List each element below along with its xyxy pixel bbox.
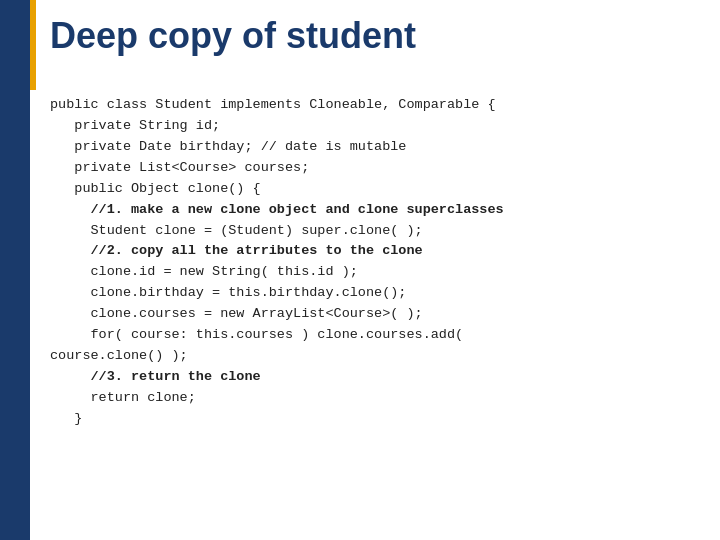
content-area: public class Student implements Cloneabl… [50, 95, 700, 520]
code-line: course.clone() ); [50, 348, 188, 363]
code-block: public class Student implements Cloneabl… [50, 95, 700, 430]
code-line: } [50, 411, 82, 426]
code-line: private Date birthday; // date is mutabl… [50, 139, 406, 154]
header-bar [0, 0, 30, 540]
code-line: for( course: this.courses ) clone.course… [50, 327, 463, 342]
code-line: public class Student implements Cloneabl… [50, 97, 496, 112]
slide-title: Deep copy of student [50, 15, 700, 57]
accent-bar [30, 0, 36, 90]
code-line: private String id; [50, 118, 220, 133]
code-line: private List<Course> courses; [50, 160, 309, 175]
code-line: clone.birthday = this.birthday.clone(); [50, 285, 406, 300]
code-line: clone.id = new String( this.id ); [50, 264, 358, 279]
slide: Deep copy of student public class Studen… [0, 0, 720, 540]
code-line: Student clone = (Student) super.clone( )… [50, 223, 423, 238]
code-line: //2. copy all the atrributes to the clon… [50, 243, 423, 258]
code-line: //3. return the clone [50, 369, 261, 384]
code-line: clone.courses = new ArrayList<Course>( )… [50, 306, 423, 321]
code-line: public Object clone() { [50, 181, 261, 196]
code-line: //1. make a new clone object and clone s… [50, 202, 504, 217]
title-area: Deep copy of student [50, 15, 700, 57]
code-line: return clone; [50, 390, 196, 405]
